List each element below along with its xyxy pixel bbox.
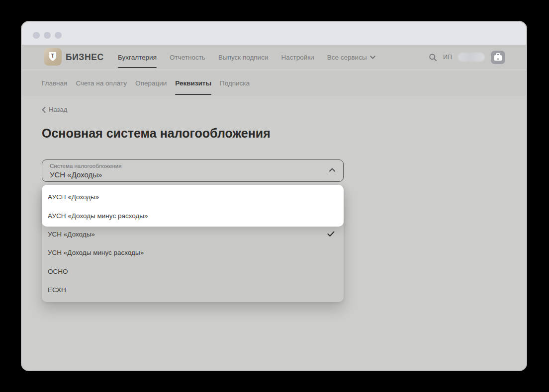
section-nav: Главная Счета на оплату Операции Реквизи… [22,71,526,96]
nav-item-settings[interactable]: Настройки [281,45,314,70]
nav-item-signature[interactable]: Выпуск подписи [218,45,269,70]
check-icon [327,231,335,237]
window-dot-zoom[interactable] [55,32,62,39]
page-title: Основная система налогообложения [42,126,271,141]
option-ausn-dohody-minus-rashody[interactable]: АУСН «Доходы минус расходы» [42,206,344,225]
chevron-down-icon [370,56,375,59]
app-header: Т БИЗНЕС Бухгалтерия Отчетность Выпуск п… [22,45,526,70]
header-right: ИП [429,45,505,70]
chevron-up-icon [329,168,335,172]
briefcase-icon[interactable] [491,51,505,64]
select-value: УСН «Доходы» [50,170,102,179]
account-type-label: ИП [443,54,452,61]
subnav-item-subscription[interactable]: Подписка [220,71,250,96]
back-link[interactable]: Назад [42,106,67,113]
tax-system-dropdown: АУСН «Доходы» АУСН «Доходы минус расходы… [42,185,344,302]
subnav-item-home[interactable]: Главная [42,71,67,96]
window-dot-minimize[interactable] [44,32,51,39]
option-eshn[interactable]: ЕСХН [42,281,344,299]
browser-window: Т БИЗНЕС Бухгалтерия Отчетность Выпуск п… [22,22,526,370]
nav-item-reporting[interactable]: Отчетность [170,45,205,70]
window-dot-close[interactable] [33,32,40,39]
window-controls[interactable] [33,32,62,39]
brand-name: БИЗНЕС [66,45,104,70]
chevron-left-icon [42,107,46,113]
subnav-item-invoices[interactable]: Счета на оплату [76,71,127,96]
main-nav: Бухгалтерия Отчетность Выпуск подписи На… [118,45,375,70]
account-name-redacted [458,53,485,62]
tbank-logo-icon[interactable]: Т [44,48,62,66]
page-body: Назад Основная система налогообложения С… [22,96,526,370]
option-ausn-dohody[interactable]: АУСН «Доходы» [42,188,344,206]
option-osno[interactable]: ОСНО [42,262,344,281]
search-icon[interactable] [429,53,437,62]
select-label: Система налогообложения [50,163,122,169]
subnav-item-requisites[interactable]: Реквизиты [175,71,211,96]
tax-system-select[interactable]: Система налогообложения УСН «Доходы» [42,159,344,182]
option-usn-dohody-minus-rashody[interactable]: УСН «Доходы минус расходы» [42,243,344,262]
nav-item-all-services[interactable]: Все сервисы [327,45,375,70]
screenshot-canvas: Т БИЗНЕС Бухгалтерия Отчетность Выпуск п… [0,0,549,392]
option-usn-dohody[interactable]: УСН «Доходы» [42,225,344,243]
nav-item-accounting[interactable]: Бухгалтерия [118,45,157,70]
window-titlebar [22,22,526,45]
subnav-item-operations[interactable]: Операции [135,71,167,96]
svg-text:Т: Т [51,53,55,59]
